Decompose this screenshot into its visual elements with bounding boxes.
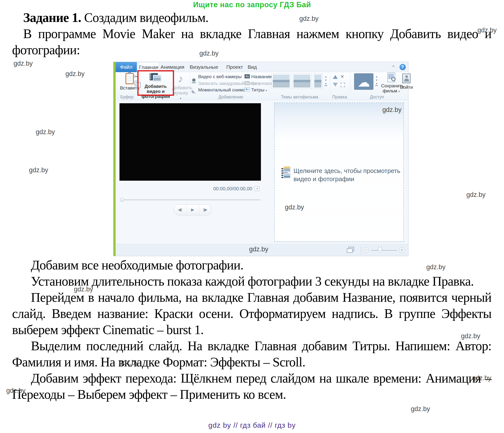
microphone-icon [191,90,196,95]
cloud-share-tile[interactable] [354,73,373,90]
cloud-icon [358,74,370,94]
ribbon: Вставить Буфер Добавить видео и фотограф… [116,72,408,100]
clipboard-icon [126,73,134,84]
gdz-watermark: gdz.by [411,405,430,413]
gdz-watermark: gdz.by [199,50,219,57]
select-icon[interactable] [341,83,345,87]
gdz-watermark: gdz.by [74,286,93,293]
autofilm-theme-thumbnail[interactable] [271,73,291,89]
task-heading: Задание 1. Создадим видеофильм. [12,10,491,26]
rotate-left-icon[interactable] [333,75,338,79]
group-label-share: Доступ [353,95,400,100]
collapse-ribbon-icon[interactable]: ^ [390,64,396,70]
group-separator [330,73,330,93]
snapshot-button[interactable]: Моментальный снимок [198,87,247,93]
remove-icon[interactable] [341,74,344,79]
group-separator [350,73,351,93]
gdz-watermark: gdz.by [382,106,402,114]
paragraph: Добавим эффект перехода: Щёлкнем перед с… [12,370,491,403]
share-scroll-spinner[interactable] [374,75,379,86]
document-top-text: Задание 1. Создадим видеофильм. В програ… [12,10,491,58]
music-note-icon [172,73,189,85]
gdz-watermark: gdz.by [14,60,33,67]
footer-watermark: gdz by // гдз бай // гдз by [0,421,504,429]
title-button[interactable]: Название [251,74,272,79]
tab-file[interactable]: Файл [116,62,137,72]
gdz-watermark: gdz.by [472,374,491,382]
timecode-readout: 00:00,00/00:00,00 [188,186,252,192]
play-button[interactable]: ▶ [186,204,199,215]
paragraph: Перейдем в начало фильма, на вкладке Гла… [12,290,491,338]
group-separator [269,73,269,93]
video-preview[interactable] [119,103,261,181]
autofilm-theme-thumbnail[interactable] [313,73,323,89]
zoom-in-button[interactable] [399,247,405,253]
playback-controls: ◀| ▶ |▶ [173,204,212,215]
sign-in-person-icon [402,74,411,83]
gdz-watermark: gdz.by [29,167,48,174]
scroll-up-icon[interactable] [374,75,379,78]
document-bottom-text: Добавим все необходимые фотографии. Уста… [12,257,491,403]
gdz-watermark: gdz.by [6,387,26,394]
gdz-watermark: gdz.by [65,70,85,78]
group-label-themes: Темы автофильма [270,95,329,100]
next-frame-button[interactable]: |▶ [199,204,211,215]
gallery-expand-icon[interactable] [374,82,379,85]
gdz-watermark: gdz.by [299,15,319,22]
previous-frame-button[interactable]: ◀| [174,204,186,215]
scroll-down-icon[interactable] [324,78,328,82]
annotation-highlight-box [137,70,174,96]
thumbnail-size-icon[interactable] [347,247,355,253]
gdz-watermark: gdz.by [466,191,486,199]
status-separator [361,246,361,254]
gdz-watermark: gdz.by [285,203,304,211]
paragraph: Добавим все необходимые фотографии. [12,257,491,273]
group-label-edit: Правка [330,95,350,100]
seek-slider[interactable] [120,198,261,202]
zoom-out-button[interactable] [363,247,369,253]
gdz-watermark: gdz.by [477,27,497,34]
record-narration-button[interactable]: Записать закадровый текст [198,81,260,86]
save-movie-button[interactable]: Сохранить фильм [381,73,401,94]
sign-in-button[interactable]: Войти [400,74,413,90]
window-main-area: 00:00,00/00:00,00 ◀| ▶ |▶ Щелкните здесь… [116,100,408,244]
add-music-button[interactable]: Добавить музыку [172,73,189,101]
group-separator [190,73,190,93]
title-icon: Aa [244,74,250,78]
tab-project[interactable]: Проект [226,62,243,72]
caption-button[interactable]: Заголовок [251,81,273,86]
gdz-watermark: gdz.by [461,332,480,340]
paragraph: Выделим последний слайд. На вкладке Глав… [12,338,491,370]
tab-visual-effects[interactable]: Визуальные эффекты [184,62,224,72]
gdz-watermark: gdz.by [119,359,139,366]
task-number: Задание 1. [23,10,81,25]
seek-track[interactable] [120,200,261,200]
credits-button[interactable]: Титры [251,87,267,93]
gallery-expand-icon[interactable] [324,82,328,85]
webcam-video-button[interactable]: Видео с веб-камеры [198,74,242,79]
group-label-clipboard: Буфер [117,95,137,100]
zoom-slider-track[interactable] [371,250,397,251]
autofilm-theme-thumbnail[interactable] [292,73,312,89]
scroll-up-icon[interactable] [324,75,328,78]
storyboard-hint-text: Щелкните здесь, чтобы просмотреть видео … [294,167,401,183]
gdz-watermark: gdz.by [426,263,446,271]
seek-thumb[interactable] [120,198,124,202]
window-accent-strip [113,62,116,256]
group-label-add: Добавление [191,95,270,100]
zoom-slider-thumb[interactable] [378,247,382,253]
storyboard-drop-area[interactable]: Щелкните здесь, чтобы просмотреть видео … [274,103,404,242]
task-title: Создадим видеофильм. [81,10,208,25]
caption-icon: Aa [244,81,250,85]
scroll-down-icon[interactable] [374,78,379,82]
help-icon[interactable]: ? [399,64,406,70]
tab-view[interactable]: Вид [245,62,259,72]
webcam-icon [191,78,196,83]
rotate-right-icon[interactable] [333,83,338,87]
dropdown-arrow-icon [266,87,267,93]
credits-icon: A≡ [244,87,250,91]
themes-scroll-spinner[interactable] [324,75,328,86]
gdz-watermark: gdz.by [249,246,268,253]
gdz-watermark: gdz.by [36,128,55,136]
fullscreen-preview-icon[interactable] [255,186,260,191]
